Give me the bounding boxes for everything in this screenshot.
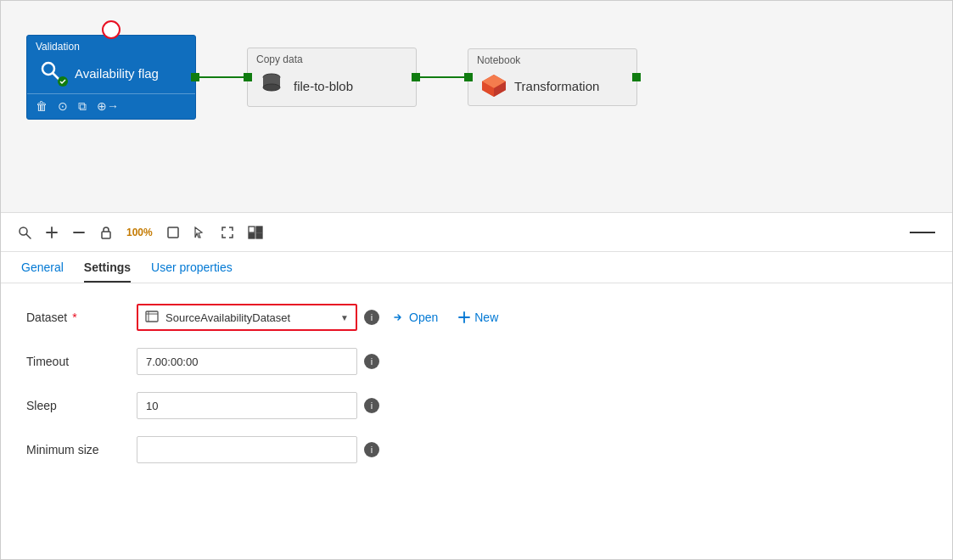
timeout-input[interactable] xyxy=(137,348,357,375)
new-button[interactable]: New xyxy=(451,311,505,324)
dataset-control-wrapper: SourceAvailabilityDataset ▼ i Open New xyxy=(137,304,505,331)
timeout-row: Timeout i xyxy=(26,348,927,375)
dataset-row: Dataset * SourceAvailabilityDataset ▼ i … xyxy=(26,304,927,331)
node-type-notebook: Notebook xyxy=(468,49,636,66)
dataset-select[interactable]: SourceAvailabilityDataset ▼ xyxy=(137,304,357,331)
crop-tool-icon[interactable] xyxy=(166,226,180,239)
arrow-2 xyxy=(417,76,468,78)
layers-icon[interactable] xyxy=(248,226,263,239)
sleep-row: Sleep i xyxy=(26,392,927,419)
svg-rect-18 xyxy=(256,227,262,232)
minimum-size-label: Minimum size xyxy=(26,443,137,456)
timeout-control-wrapper: i xyxy=(137,348,379,375)
fit-page-icon[interactable] xyxy=(221,226,234,239)
connector-2 xyxy=(417,52,468,103)
sleep-label: Sleep xyxy=(26,399,137,412)
node-label-copy: file-to-blob xyxy=(294,79,353,93)
node-footer-validation: 🗑 ⊙ ⧉ ⊕→ xyxy=(27,93,195,119)
zoom-100-icon[interactable]: 100% xyxy=(126,227,153,238)
port-left-notebook xyxy=(464,73,473,81)
notebook-icon xyxy=(480,73,506,98)
toolbar: 100% xyxy=(1,213,952,252)
plus-tool-icon[interactable] xyxy=(45,226,59,239)
svg-rect-14 xyxy=(102,232,110,238)
svg-point-4 xyxy=(263,84,280,91)
svg-rect-15 xyxy=(168,227,178,238)
dataset-value: SourceAvailabilityDataset xyxy=(165,311,334,324)
dataset-select-icon xyxy=(138,310,165,326)
port-right-validation xyxy=(191,73,199,81)
dataset-label: Dataset * xyxy=(26,311,137,324)
node-notebook[interactable]: Notebook Transformation xyxy=(468,48,637,106)
timeout-info-icon[interactable]: i xyxy=(364,354,379,369)
reset-icon[interactable]: ⊙ xyxy=(58,99,68,114)
timeout-label: Timeout xyxy=(26,355,137,368)
error-indicator xyxy=(102,20,121,39)
copy-icon[interactable]: ⧉ xyxy=(78,99,87,114)
svg-rect-20 xyxy=(256,233,262,238)
node-body-notebook: Transformation xyxy=(468,66,636,105)
required-star: * xyxy=(69,311,76,324)
dataset-info-icon[interactable]: i xyxy=(364,310,379,325)
settings-panel: Dataset * SourceAvailabilityDataset ▼ i … xyxy=(1,283,952,501)
arrow-1 xyxy=(196,76,247,78)
cursor-select-icon[interactable] xyxy=(193,226,207,239)
node-copy-data[interactable]: Copy data file-to-blob xyxy=(247,48,417,107)
minimum-size-control-wrapper: i xyxy=(137,436,379,463)
tab-settings[interactable]: Settings xyxy=(84,260,131,283)
node-body-validation: Availability flag xyxy=(27,53,195,93)
search-tool-icon[interactable] xyxy=(18,226,31,239)
tab-general[interactable]: General xyxy=(21,260,64,283)
port-right-copy xyxy=(412,73,420,81)
sleep-input[interactable] xyxy=(137,392,357,419)
toolbar-separator xyxy=(910,232,935,233)
canvas-area: Validation Availability flag 🗑 ⊙ ⧉ xyxy=(1,1,952,213)
copy-data-icon xyxy=(260,72,285,99)
sleep-info-icon[interactable]: i xyxy=(364,398,379,413)
node-validation[interactable]: Validation Availability flag 🗑 ⊙ ⧉ xyxy=(26,35,196,120)
lock-tool-icon[interactable] xyxy=(99,226,113,239)
minimum-size-row: Minimum size i xyxy=(26,436,927,463)
node-type-copy: Copy data xyxy=(248,48,416,65)
port-left-copy xyxy=(244,73,252,81)
svg-rect-19 xyxy=(249,233,255,238)
check-badge xyxy=(58,76,68,87)
node-label-notebook: Transformation xyxy=(514,79,599,93)
node-label-validation: Availability flag xyxy=(75,66,159,81)
open-button[interactable]: Open xyxy=(386,311,445,324)
connector-1 xyxy=(196,52,247,103)
minimum-size-info-icon[interactable]: i xyxy=(364,442,379,457)
minimum-size-input[interactable] xyxy=(137,436,357,463)
dataset-dropdown-arrow[interactable]: ▼ xyxy=(334,313,356,322)
node-body-copy: file-to-blob xyxy=(248,65,416,106)
tab-user-properties[interactable]: User properties xyxy=(151,260,233,283)
delete-icon[interactable]: 🗑 xyxy=(36,99,48,114)
svg-rect-21 xyxy=(146,311,158,322)
svg-marker-16 xyxy=(195,227,202,238)
svg-line-10 xyxy=(26,234,31,238)
svg-rect-17 xyxy=(249,227,255,232)
minus-tool-icon[interactable] xyxy=(72,226,86,239)
pipeline-nodes: Validation Availability flag 🗑 ⊙ ⧉ xyxy=(1,1,952,137)
add-successor-icon[interactable]: ⊕→ xyxy=(97,99,119,114)
validation-icon xyxy=(39,59,66,87)
tabs-row: General Settings User properties xyxy=(1,252,952,283)
port-right-notebook xyxy=(632,73,641,81)
sleep-control-wrapper: i xyxy=(137,392,379,419)
